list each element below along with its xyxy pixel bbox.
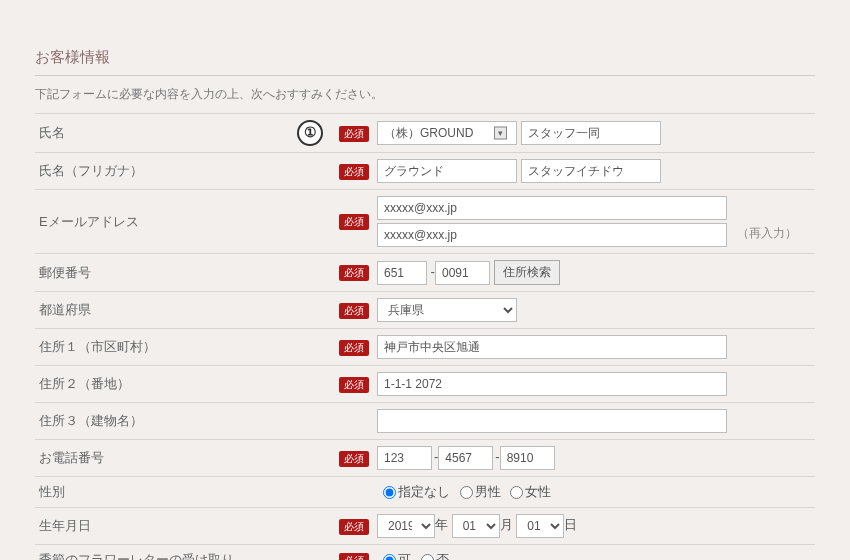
furigana-first-input[interactable] bbox=[521, 159, 661, 183]
pref-select[interactable]: 兵庫県 bbox=[377, 298, 517, 322]
birth-month-select[interactable]: 01 bbox=[452, 514, 500, 538]
gender-male-label: 男性 bbox=[475, 484, 501, 499]
postal-1-input[interactable] bbox=[377, 261, 427, 285]
gender-label: 性別 bbox=[35, 477, 335, 508]
flower-yes-label: 可 bbox=[398, 552, 411, 560]
flower-no-radio[interactable] bbox=[421, 554, 434, 561]
email-confirm-input[interactable] bbox=[377, 223, 727, 247]
furigana-label: 氏名（フリガナ） bbox=[35, 153, 335, 190]
tel-2-input[interactable] bbox=[438, 446, 493, 470]
day-label: 日 bbox=[564, 517, 577, 532]
postal-2-input[interactable] bbox=[435, 261, 490, 285]
gender-female-radio[interactable] bbox=[510, 486, 523, 499]
instruction-text: 下記フォームに必要な内容を入力の上、次へおすすみください。 bbox=[35, 76, 815, 113]
required-badge: 必須 bbox=[339, 519, 369, 535]
gender-male-radio[interactable] bbox=[460, 486, 473, 499]
tel-3-input[interactable] bbox=[500, 446, 555, 470]
name-label: 氏名 bbox=[35, 114, 293, 153]
required-badge: 必須 bbox=[339, 303, 369, 319]
annotation-1: ① bbox=[297, 120, 323, 146]
required-badge: 必須 bbox=[339, 553, 369, 561]
birth-day-select[interactable]: 01 bbox=[516, 514, 564, 538]
flower-no-label: 否 bbox=[436, 552, 449, 560]
required-badge: 必須 bbox=[339, 214, 369, 230]
addr2-label: 住所２（番地） bbox=[35, 366, 335, 403]
pref-label: 都道府県 bbox=[35, 292, 335, 329]
section-title: お客様情報 bbox=[35, 40, 815, 76]
gender-none-label: 指定なし bbox=[398, 484, 450, 499]
birth-year-select[interactable]: 2019 bbox=[377, 514, 435, 538]
furigana-last-input[interactable] bbox=[377, 159, 517, 183]
gender-female-label: 女性 bbox=[525, 484, 551, 499]
addr1-input[interactable] bbox=[377, 335, 727, 359]
email-input[interactable] bbox=[377, 196, 727, 220]
addr2-input[interactable] bbox=[377, 372, 727, 396]
required-badge: 必須 bbox=[339, 340, 369, 356]
required-badge: 必須 bbox=[339, 377, 369, 393]
email-reinput-label: （再入力） bbox=[737, 226, 797, 240]
required-badge: 必須 bbox=[339, 265, 369, 281]
flower-label: 季節のフラワーレターの受け取り bbox=[35, 545, 335, 561]
addr1-label: 住所１（市区町村） bbox=[35, 329, 335, 366]
required-badge: 必須 bbox=[339, 451, 369, 467]
required-badge: 必須 bbox=[339, 164, 369, 180]
address-search-button[interactable]: 住所検索 bbox=[494, 260, 560, 285]
birth-label: 生年月日 bbox=[35, 508, 335, 545]
addr3-label: 住所３（建物名） bbox=[35, 403, 335, 440]
addr3-input[interactable] bbox=[377, 409, 727, 433]
month-label: 月 bbox=[500, 517, 513, 532]
save-icon: ▾ bbox=[494, 127, 507, 140]
tel-1-input[interactable] bbox=[377, 446, 432, 470]
year-label: 年 bbox=[435, 517, 448, 532]
postal-label: 郵便番号 bbox=[35, 254, 335, 292]
name-first-input[interactable] bbox=[521, 121, 661, 145]
flower-yes-radio[interactable] bbox=[383, 554, 396, 561]
email-label: Eメールアドレス bbox=[35, 190, 335, 254]
gender-none-radio[interactable] bbox=[383, 486, 396, 499]
tel-label: お電話番号 bbox=[35, 440, 335, 477]
required-badge: 必須 bbox=[339, 126, 369, 142]
